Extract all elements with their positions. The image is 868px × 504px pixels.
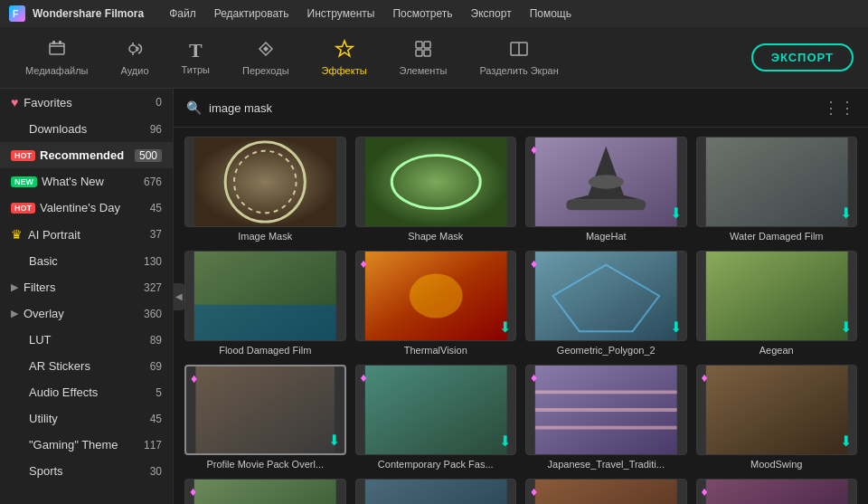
thumb-14: ⬇: [355, 479, 517, 504]
grid-item-13[interactable]: ♦: [184, 479, 346, 504]
arrow-right-icon: ▶: [11, 281, 18, 293]
sidebar-item-gaming-theme[interactable]: "Gaming" Theme 117: [0, 432, 173, 458]
grid-item-shape-mask[interactable]: Shape Mask: [355, 137, 517, 242]
sidebar-item-downloads[interactable]: Downloads 96: [0, 116, 173, 142]
sidebar-item-recommended[interactable]: HOT Recommended 500: [0, 142, 173, 168]
search-input[interactable]: [209, 101, 816, 115]
grid-item-japanese-travel[interactable]: ♦ Japanese_Travel_Traditi...: [525, 365, 687, 470]
svg-rect-16: [364, 138, 506, 226]
grid-item-15[interactable]: ♦: [525, 479, 687, 504]
thumb-profile-movie-pack: ♦ ⬇: [184, 365, 346, 455]
app-icon: F: [9, 5, 25, 22]
diamond-badge: ♦: [531, 142, 537, 157]
grid-item-label: Japanese_Travel_Traditi...: [525, 459, 687, 470]
sidebar-item-audio-effects[interactable]: Audio Effects 5: [0, 379, 173, 405]
grid-item-water-damaged[interactable]: ⬇ Water Damaged Film: [696, 137, 858, 242]
svg-rect-7: [416, 42, 422, 48]
svg-rect-4: [59, 41, 61, 44]
download-icon: ⬇: [670, 204, 682, 222]
svg-rect-9: [416, 50, 422, 56]
sidebar-item-basic[interactable]: Basic 130: [0, 248, 173, 274]
svg-point-21: [589, 175, 624, 189]
sidebar-item-count: 96: [150, 123, 162, 136]
sidebar-item-label: Recommended: [40, 148, 131, 162]
grid-item-label: MoodSwing: [696, 459, 858, 470]
menu-view[interactable]: Посмотреть: [383, 7, 461, 20]
grid-item-16[interactable]: ♦: [696, 479, 858, 504]
diamond-badge: ♦: [190, 484, 196, 499]
svg-rect-25: [194, 305, 336, 340]
download-icon: ⬇: [499, 319, 511, 336]
sidebar-item-valentines[interactable]: HOT Valentine's Day 45: [0, 195, 173, 221]
svg-rect-3: [52, 41, 55, 44]
toolbar-audio-label: Аудио: [120, 65, 148, 76]
toolbar-media[interactable]: Медиафайлы: [9, 33, 104, 81]
diamond-badge: ♦: [531, 484, 537, 499]
thumb-16: ♦: [696, 479, 858, 504]
toolbar-audio[interactable]: Аудио: [104, 33, 165, 81]
svg-text:F: F: [13, 9, 18, 19]
menu-export[interactable]: Экспорт: [462, 7, 521, 20]
sidebar-item-overlay[interactable]: ▶ Overlay 360: [0, 300, 173, 327]
elements-icon: [413, 39, 433, 62]
sidebar-item-label: Filters: [24, 281, 140, 294]
grid-item-geometric-polygon[interactable]: ♦ ⬇ Geometric_Polygon_2: [525, 251, 687, 356]
diamond-badge: ♦: [531, 256, 537, 271]
thumb-japanese-travel: ♦: [525, 365, 687, 455]
sidebar-item-count: 45: [150, 202, 162, 214]
toolbar-elements[interactable]: Элементы: [383, 33, 464, 81]
sidebar-item-sports[interactable]: Sports 30: [0, 458, 173, 484]
sidebar-item-filters[interactable]: ▶ Filters 327: [0, 274, 173, 300]
svg-rect-20: [566, 200, 646, 211]
thumb-water-damaged: ⬇: [696, 137, 858, 227]
diamond-badge: ♦: [702, 484, 708, 499]
grid-item-contemporary-pack[interactable]: ♦ ⬇ Contemporary Pack Fas...: [355, 365, 517, 470]
grid-item-aegean[interactable]: ⬇ Aegean: [696, 251, 858, 356]
menu-edit[interactable]: Редактировать: [205, 7, 298, 20]
download-icon: ⬇: [840, 433, 852, 450]
grid-item-moodswing[interactable]: ♦ ⬇ MoodSwing: [696, 365, 858, 470]
grid-item-14[interactable]: ⬇: [355, 479, 517, 504]
download-icon: ⬇: [328, 432, 340, 449]
menu-bar: Файл Редактировать Инструменты Посмотрет…: [160, 7, 580, 20]
toolbar-split-label: Разделить Экран: [479, 65, 558, 76]
diamond-badge: ♦: [702, 370, 708, 385]
toolbar: Медиафайлы Аудио T Титры Переходы Эффект…: [0, 27, 868, 89]
split-icon: [509, 39, 529, 62]
grid-options-icon[interactable]: ⋮⋮: [823, 98, 855, 118]
sidebar-item-favorites[interactable]: ♥ Favorites 0: [0, 89, 173, 116]
sidebar-item-label: What's New: [42, 175, 140, 188]
grid-item-label: Geometric_Polygon_2: [525, 345, 687, 356]
grid-item-magehat[interactable]: ♦ ⬇ MageHat: [525, 137, 687, 242]
thumb-aegean: ⬇: [696, 251, 858, 341]
sidebar-collapse-handle[interactable]: ◀: [174, 283, 184, 310]
sidebar-item-whats-new[interactable]: NEW What's New 676: [0, 168, 173, 195]
toolbar-titles[interactable]: T Титры: [165, 35, 226, 81]
svg-rect-37: [705, 366, 847, 454]
sidebar-item-count: 676: [144, 176, 162, 188]
menu-help[interactable]: Помощь: [521, 7, 580, 20]
menu-tools[interactable]: Инструменты: [298, 7, 384, 20]
diamond-badge: ♦: [361, 256, 367, 271]
sidebar-item-label: Valentine's Day: [40, 201, 146, 214]
sidebar-item-ar-stickers[interactable]: AR Stickers 69: [0, 353, 173, 379]
sidebar: ♥ Favorites 0 Downloads 96 HOT Recommend…: [0, 89, 174, 504]
grid-item-thermal-vision[interactable]: ♦ ⬇ ThermalVision: [355, 251, 517, 356]
svg-rect-10: [424, 50, 430, 56]
sidebar-item-label: Overlay: [24, 307, 140, 320]
grid-item-label: Profile Movie Pack Overl...: [184, 459, 346, 470]
thumb-shape-mask: [355, 137, 517, 227]
grid-item-flood-damaged[interactable]: Flood Damaged Film: [184, 251, 346, 356]
toolbar-split[interactable]: Разделить Экран: [463, 33, 574, 81]
menu-file[interactable]: Файл: [160, 7, 205, 20]
toolbar-transitions[interactable]: Переходы: [226, 33, 306, 81]
grid-item-image-mask[interactable]: Image Mask: [184, 137, 346, 242]
effects-grid: Image Mask Shape Mask ♦ ⬇ MageHat: [174, 128, 868, 504]
thumb-image-mask: [184, 137, 346, 227]
grid-item-profile-movie-pack[interactable]: ♦ ⬇ Profile Movie Pack Overl...: [184, 365, 346, 470]
export-button[interactable]: ЭКСПОРТ: [751, 43, 854, 71]
sidebar-item-ai-portrait[interactable]: ♛ AI Portrait 37: [0, 221, 173, 248]
sidebar-item-utility[interactable]: Utility 45: [0, 405, 173, 432]
sidebar-item-lut[interactable]: LUT 89: [0, 327, 173, 353]
toolbar-effects[interactable]: Эффекты: [306, 33, 383, 81]
